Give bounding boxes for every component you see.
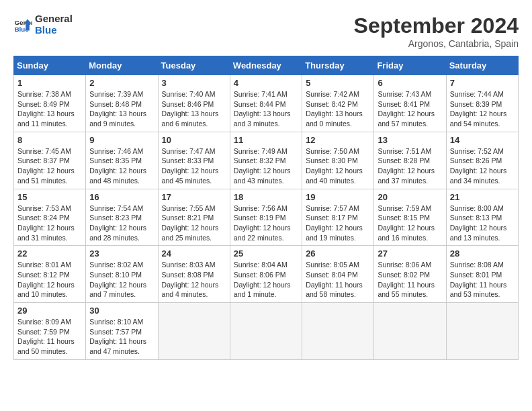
day-number: 27 xyxy=(378,248,442,259)
calendar-cell: 29Sunrise: 8:09 AMSunset: 7:59 PMDayligh… xyxy=(14,303,86,360)
day-info: Sunrise: 8:00 AMSunset: 8:13 PMDaylight:… xyxy=(450,203,515,243)
calendar-cell: 24Sunrise: 8:03 AMSunset: 8:08 PMDayligh… xyxy=(158,246,230,303)
day-number: 6 xyxy=(378,78,442,88)
day-info: Sunrise: 8:01 AMSunset: 8:12 PMDaylight:… xyxy=(17,260,82,300)
calendar-cell: 6Sunrise: 7:43 AMSunset: 8:41 PMDaylight… xyxy=(374,75,446,132)
day-number: 15 xyxy=(17,192,82,202)
day-info: Sunrise: 7:44 AMSunset: 8:39 PMDaylight:… xyxy=(450,89,515,129)
day-number: 8 xyxy=(17,135,82,145)
col-tue: Tuesday xyxy=(158,56,230,75)
day-info: Sunrise: 8:02 AMSunset: 8:10 PMDaylight:… xyxy=(89,260,154,300)
day-info: Sunrise: 8:03 AMSunset: 8:08 PMDaylight:… xyxy=(162,260,226,300)
day-info: Sunrise: 7:42 AMSunset: 8:42 PMDaylight:… xyxy=(306,89,370,129)
calendar-cell: 3Sunrise: 7:40 AMSunset: 8:46 PMDaylight… xyxy=(158,75,230,132)
day-info: Sunrise: 7:50 AMSunset: 8:30 PMDaylight:… xyxy=(306,146,370,186)
calendar-cell xyxy=(374,303,446,360)
day-number: 5 xyxy=(306,78,370,88)
day-number: 22 xyxy=(17,248,82,259)
day-number: 29 xyxy=(17,306,82,316)
calendar-cell xyxy=(230,303,302,360)
month-title: September 2024 xyxy=(354,13,519,38)
day-info: Sunrise: 8:04 AMSunset: 8:06 PMDaylight:… xyxy=(234,260,298,300)
col-wed: Wednesday xyxy=(230,56,302,75)
day-number: 16 xyxy=(89,192,154,202)
calendar-cell: 10Sunrise: 7:47 AMSunset: 8:33 PMDayligh… xyxy=(158,132,230,189)
location: Argonos, Cantabria, Spain xyxy=(354,38,519,49)
day-number: 1 xyxy=(17,78,82,88)
day-info: Sunrise: 8:10 AMSunset: 7:57 PMDaylight:… xyxy=(89,317,154,357)
day-info: Sunrise: 7:41 AMSunset: 8:44 PMDaylight:… xyxy=(234,89,298,129)
day-info: Sunrise: 7:53 AMSunset: 8:24 PMDaylight:… xyxy=(17,203,82,243)
day-info: Sunrise: 8:09 AMSunset: 7:59 PMDaylight:… xyxy=(17,317,82,357)
calendar-cell: 1Sunrise: 7:38 AMSunset: 8:49 PMDaylight… xyxy=(14,75,86,132)
calendar-cell: 11Sunrise: 7:49 AMSunset: 8:32 PMDayligh… xyxy=(230,132,302,189)
day-number: 28 xyxy=(450,248,515,259)
calendar-cell: 18Sunrise: 7:56 AMSunset: 8:19 PMDayligh… xyxy=(230,189,302,246)
day-number: 7 xyxy=(450,78,515,88)
day-number: 24 xyxy=(162,248,226,259)
calendar-cell: 28Sunrise: 8:08 AMSunset: 8:01 PMDayligh… xyxy=(446,246,518,303)
day-info: Sunrise: 7:57 AMSunset: 8:17 PMDaylight:… xyxy=(306,203,370,243)
day-info: Sunrise: 7:56 AMSunset: 8:19 PMDaylight:… xyxy=(234,203,298,243)
day-info: Sunrise: 7:40 AMSunset: 8:46 PMDaylight:… xyxy=(162,89,226,129)
day-info: Sunrise: 7:45 AMSunset: 8:37 PMDaylight:… xyxy=(17,146,82,186)
day-number: 4 xyxy=(234,78,298,88)
day-number: 12 xyxy=(306,135,370,145)
day-info: Sunrise: 7:55 AMSunset: 8:21 PMDaylight:… xyxy=(162,203,226,243)
page-header: General Blue General Blue September 2024… xyxy=(13,13,519,49)
calendar-cell: 16Sunrise: 7:54 AMSunset: 8:23 PMDayligh… xyxy=(86,189,158,246)
calendar-cell: 14Sunrise: 7:52 AMSunset: 8:26 PMDayligh… xyxy=(446,132,518,189)
day-info: Sunrise: 7:39 AMSunset: 8:48 PMDaylight:… xyxy=(89,89,154,129)
calendar-cell: 26Sunrise: 8:05 AMSunset: 8:04 PMDayligh… xyxy=(302,246,374,303)
col-fri: Friday xyxy=(374,56,446,75)
day-info: Sunrise: 7:38 AMSunset: 8:49 PMDaylight:… xyxy=(17,89,82,129)
day-number: 30 xyxy=(89,306,154,316)
day-info: Sunrise: 7:49 AMSunset: 8:32 PMDaylight:… xyxy=(234,146,298,186)
day-number: 25 xyxy=(234,248,298,259)
calendar-cell: 8Sunrise: 7:45 AMSunset: 8:37 PMDaylight… xyxy=(14,132,86,189)
col-sat: Saturday xyxy=(446,56,518,75)
day-number: 11 xyxy=(234,135,298,145)
calendar-cell: 25Sunrise: 8:04 AMSunset: 8:06 PMDayligh… xyxy=(230,246,302,303)
day-number: 13 xyxy=(378,135,442,145)
day-number: 20 xyxy=(378,192,442,202)
calendar-cell: 19Sunrise: 7:57 AMSunset: 8:17 PMDayligh… xyxy=(302,189,374,246)
day-number: 23 xyxy=(89,248,154,259)
calendar-cell: 20Sunrise: 7:59 AMSunset: 8:15 PMDayligh… xyxy=(374,189,446,246)
day-number: 10 xyxy=(162,135,226,145)
calendar-cell xyxy=(446,303,518,360)
day-info: Sunrise: 8:06 AMSunset: 8:02 PMDaylight:… xyxy=(378,260,442,300)
week-row-1: 1Sunrise: 7:38 AMSunset: 8:49 PMDaylight… xyxy=(14,75,519,132)
calendar-table: Sunday Monday Tuesday Wednesday Thursday… xyxy=(13,56,519,360)
calendar-cell xyxy=(302,303,374,360)
calendar-header-row: Sunday Monday Tuesday Wednesday Thursday… xyxy=(14,56,519,75)
day-number: 14 xyxy=(450,135,515,145)
logo-icon: General Blue xyxy=(13,15,32,34)
col-sun: Sunday xyxy=(14,56,86,75)
day-number: 26 xyxy=(306,248,370,259)
day-number: 17 xyxy=(162,192,226,202)
title-block: September 2024 Argonos, Cantabria, Spain xyxy=(354,13,519,49)
logo-text: General Blue xyxy=(35,13,73,36)
day-info: Sunrise: 7:59 AMSunset: 8:15 PMDaylight:… xyxy=(378,203,442,243)
calendar-cell: 30Sunrise: 8:10 AMSunset: 7:57 PMDayligh… xyxy=(86,303,158,360)
day-info: Sunrise: 8:05 AMSunset: 8:04 PMDaylight:… xyxy=(306,260,370,300)
calendar-cell: 9Sunrise: 7:46 AMSunset: 8:35 PMDaylight… xyxy=(86,132,158,189)
day-info: Sunrise: 7:47 AMSunset: 8:33 PMDaylight:… xyxy=(162,146,226,186)
day-info: Sunrise: 8:08 AMSunset: 8:01 PMDaylight:… xyxy=(450,260,515,300)
week-row-2: 8Sunrise: 7:45 AMSunset: 8:37 PMDaylight… xyxy=(14,132,519,189)
calendar-cell: 22Sunrise: 8:01 AMSunset: 8:12 PMDayligh… xyxy=(14,246,86,303)
day-number: 18 xyxy=(234,192,298,202)
day-number: 21 xyxy=(450,192,515,202)
calendar-cell xyxy=(158,303,230,360)
day-info: Sunrise: 7:54 AMSunset: 8:23 PMDaylight:… xyxy=(89,203,154,243)
calendar-cell: 15Sunrise: 7:53 AMSunset: 8:24 PMDayligh… xyxy=(14,189,86,246)
calendar-cell: 4Sunrise: 7:41 AMSunset: 8:44 PMDaylight… xyxy=(230,75,302,132)
week-row-3: 15Sunrise: 7:53 AMSunset: 8:24 PMDayligh… xyxy=(14,189,519,246)
calendar-cell: 17Sunrise: 7:55 AMSunset: 8:21 PMDayligh… xyxy=(158,189,230,246)
day-info: Sunrise: 7:52 AMSunset: 8:26 PMDaylight:… xyxy=(450,146,515,186)
day-info: Sunrise: 7:46 AMSunset: 8:35 PMDaylight:… xyxy=(89,146,154,186)
calendar-cell: 27Sunrise: 8:06 AMSunset: 8:02 PMDayligh… xyxy=(374,246,446,303)
calendar-cell: 13Sunrise: 7:51 AMSunset: 8:28 PMDayligh… xyxy=(374,132,446,189)
col-thu: Thursday xyxy=(302,56,374,75)
